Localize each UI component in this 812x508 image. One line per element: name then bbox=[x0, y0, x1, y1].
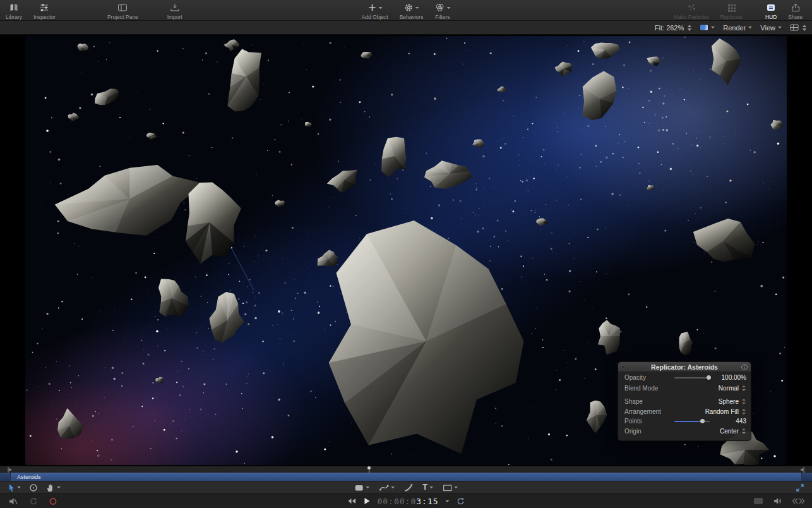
mini-timeline-ruler[interactable] bbox=[0, 466, 812, 473]
add-object-icon bbox=[367, 3, 376, 12]
project-pane-button[interactable]: Project Pane bbox=[102, 0, 144, 20]
stepper-icon[interactable] bbox=[803, 25, 806, 31]
audio-volume-button[interactable] bbox=[773, 497, 782, 505]
add-object-label: Add Object bbox=[362, 14, 388, 20]
layout-control[interactable] bbox=[790, 24, 806, 31]
points-slider[interactable] bbox=[674, 418, 710, 424]
chevron-down-icon bbox=[57, 487, 61, 488]
select-tool-button[interactable] bbox=[8, 483, 21, 492]
circle-anchor-icon bbox=[29, 483, 38, 492]
chevron-down-icon bbox=[366, 487, 369, 488]
hud-row-shape: Shape Sphere bbox=[618, 397, 751, 407]
behaviors-button[interactable]: Behaviors bbox=[394, 0, 429, 21]
chevron-down-icon bbox=[778, 27, 782, 28]
hud-row-blend-mode: Blend Mode Normal bbox=[618, 383, 751, 394]
bezier-tool-button[interactable] bbox=[379, 483, 395, 492]
timecode-display[interactable]: 00:00:0 3:15 bbox=[377, 497, 438, 506]
chevron-down-icon bbox=[378, 7, 382, 9]
chevron-down-icon bbox=[446, 7, 450, 9]
hud-panel[interactable]: Replicator: Asteroids i Opacity 100.00% … bbox=[618, 361, 751, 441]
in-point-marker-icon[interactable] bbox=[8, 467, 13, 473]
timeline-zoom-chevrons-icon[interactable] bbox=[792, 498, 805, 504]
origin-label: Origin bbox=[624, 428, 642, 435]
origin-value: Center bbox=[707, 428, 739, 435]
arrangement-label: Arrangement bbox=[624, 408, 661, 415]
cursor-arrow-icon bbox=[8, 483, 15, 492]
transport-right-group bbox=[753, 497, 812, 505]
project-pane-label: Project Pane bbox=[107, 14, 138, 20]
stepper-icon[interactable] bbox=[688, 25, 691, 31]
update-loop-button[interactable] bbox=[457, 497, 465, 505]
library-label: Library bbox=[6, 14, 22, 20]
tools-center-group: T bbox=[354, 483, 458, 492]
paint-stroke-tool-button[interactable] bbox=[404, 483, 413, 492]
zoom-fit-control[interactable]: Fit: 262% bbox=[655, 24, 691, 32]
make-particles-label: Make Particles bbox=[674, 14, 709, 20]
channels-button[interactable] bbox=[700, 24, 715, 31]
canvas-viewport[interactable]: Replicator: Asteroids i Opacity 100.00% … bbox=[0, 35, 812, 466]
adjust-tool-button[interactable] bbox=[29, 483, 38, 492]
hud-row-points: Points 443 bbox=[618, 416, 751, 426]
transport-bar: 00:00:0 3:15 bbox=[0, 493, 812, 508]
color-channels-icon bbox=[700, 24, 708, 31]
timecode-menu-chevron-icon[interactable] bbox=[446, 500, 450, 502]
opacity-slider[interactable] bbox=[674, 375, 710, 380]
make-particles-button[interactable]: Make Particles bbox=[668, 0, 715, 20]
play-button[interactable] bbox=[363, 497, 370, 505]
popup-chevron-icon[interactable] bbox=[742, 428, 746, 434]
rectangle-outline-icon bbox=[443, 484, 452, 492]
mute-audio-button[interactable] bbox=[8, 497, 18, 505]
out-point-marker-icon[interactable] bbox=[799, 467, 804, 473]
text-tool-button[interactable]: T bbox=[422, 483, 433, 492]
chevron-down-icon bbox=[391, 487, 395, 488]
hud-icon bbox=[766, 3, 776, 12]
points-value: 443 bbox=[715, 418, 746, 425]
share-button[interactable]: Share bbox=[782, 0, 808, 20]
replicate-button[interactable]: Replicate bbox=[714, 0, 748, 20]
tools-right-group bbox=[796, 483, 812, 492]
expand-diagonal-arrows-icon bbox=[796, 483, 804, 492]
popup-chevron-icon[interactable] bbox=[742, 409, 746, 414]
record-button[interactable] bbox=[49, 497, 57, 505]
hud-row-opacity: Opacity 100.00% bbox=[618, 372, 751, 383]
opacity-label: Opacity bbox=[624, 374, 646, 381]
chevron-down-icon bbox=[454, 487, 458, 488]
view-dropdown[interactable]: View bbox=[760, 24, 782, 32]
add-object-button[interactable]: Add Object bbox=[356, 0, 394, 21]
filters-button[interactable]: Filters bbox=[429, 0, 456, 21]
previous-frame-button[interactable] bbox=[347, 498, 356, 504]
pan-tool-button[interactable] bbox=[46, 483, 61, 492]
rectangle-mask-tool-button[interactable] bbox=[354, 484, 369, 492]
tools-bar: T bbox=[0, 481, 812, 493]
view-label: View bbox=[760, 24, 775, 32]
display-output-button[interactable] bbox=[753, 497, 763, 505]
hud-close-dot-icon[interactable] bbox=[621, 365, 625, 369]
canvas-status-bar: Fit: 262% Render View bbox=[0, 21, 812, 35]
library-button[interactable]: Library bbox=[0, 0, 28, 20]
render-dropdown[interactable]: Render bbox=[723, 24, 752, 32]
share-icon bbox=[791, 3, 801, 12]
bezier-curve-icon bbox=[379, 483, 389, 492]
shape-tool-button[interactable] bbox=[443, 484, 458, 492]
replicate-label: Replicate bbox=[720, 14, 742, 20]
info-icon[interactable]: i bbox=[741, 364, 748, 370]
inspector-button[interactable]: Inspector bbox=[28, 0, 61, 20]
loop-playback-button[interactable] bbox=[29, 497, 38, 505]
hud-titlebar[interactable]: Replicator: Asteroids i bbox=[618, 362, 751, 372]
filters-label: Filters bbox=[435, 14, 450, 20]
toolbar-center-group: Add Object Behaviors Filters bbox=[356, 0, 457, 21]
hand-icon bbox=[46, 483, 55, 492]
popup-chevron-icon[interactable] bbox=[742, 385, 746, 391]
layout-grid-icon bbox=[790, 24, 799, 31]
import-button[interactable]: Import bbox=[162, 0, 188, 20]
behaviors-gear-icon bbox=[404, 3, 414, 12]
tools-left-group bbox=[0, 483, 61, 492]
hud-button[interactable]: HUD bbox=[760, 0, 782, 20]
toolbar-left-group: Library Inspector Project Pane Import bbox=[0, 0, 188, 20]
toolbar-right-group: Make Particles Replicate HUD Share bbox=[668, 0, 812, 20]
expand-timing-button[interactable] bbox=[796, 483, 804, 492]
chevron-down-icon bbox=[17, 487, 21, 488]
popup-chevron-icon[interactable] bbox=[742, 399, 746, 404]
import-icon bbox=[170, 3, 180, 12]
timeline-track-asteroids[interactable]: Asteroids bbox=[0, 473, 812, 481]
